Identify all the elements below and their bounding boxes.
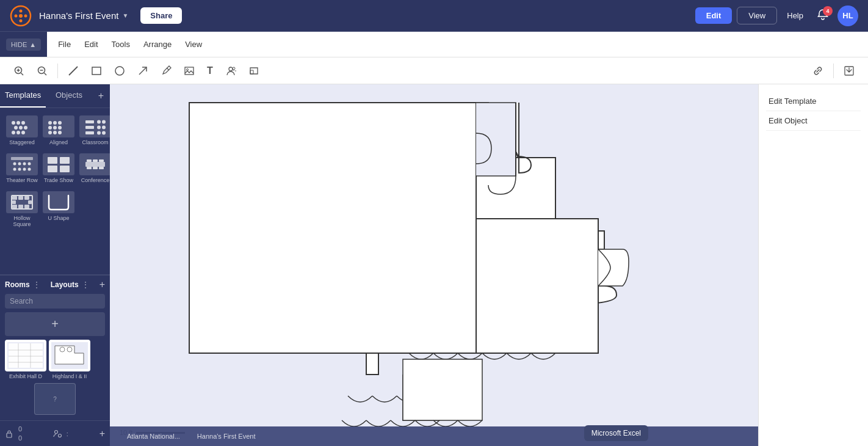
template-theater-row[interactable]: Theater Row <box>5 151 39 186</box>
layouts-menu-button[interactable]: ⋮ <box>81 280 90 290</box>
svg-point-4 <box>15 14 18 17</box>
hide-button[interactable]: HIDE ▲ <box>6 38 41 51</box>
canvas-area[interactable]: 10 ft Atlanta National... Hanna's First … <box>110 84 758 446</box>
svg-point-5 <box>24 14 27 17</box>
template-aligned[interactable]: Aligned <box>42 113 76 148</box>
templates-grid: Staggered <box>0 108 110 274</box>
menu-arrange[interactable]: Arrange <box>137 37 178 51</box>
edit-mode-button[interactable]: Edit <box>695 7 732 24</box>
room-exhibit-hall-d[interactable]: Exhibit Hall D <box>5 340 46 379</box>
svg-rect-71 <box>12 196 17 200</box>
svg-line-17 <box>167 68 169 70</box>
menu-file[interactable]: File <box>52 37 77 51</box>
link-button[interactable] <box>809 62 827 80</box>
template-classroom[interactable]: Classroom <box>78 113 110 148</box>
svg-point-2 <box>20 9 23 12</box>
tab-templates[interactable]: Templates <box>0 84 46 108</box>
svg-point-40 <box>58 131 62 134</box>
menu-view[interactable]: View <box>179 37 208 51</box>
export-button[interactable] <box>840 62 858 80</box>
svg-rect-44 <box>85 126 94 129</box>
svg-rect-41 <box>85 120 94 123</box>
svg-point-21 <box>233 67 235 70</box>
view-mode-button[interactable]: View <box>737 7 777 24</box>
add-person-button[interactable]: + <box>99 428 105 439</box>
svg-point-49 <box>102 131 106 135</box>
notification-badge: 4 <box>823 6 833 16</box>
svg-rect-66 <box>99 159 104 162</box>
svg-rect-96 <box>189 103 476 353</box>
svg-rect-62 <box>60 166 70 172</box>
svg-rect-97 <box>476 219 598 353</box>
svg-point-3 <box>20 19 23 22</box>
rect-tool-button[interactable] <box>87 62 106 80</box>
svg-rect-72 <box>18 196 23 200</box>
svg-point-94 <box>54 430 57 433</box>
svg-line-11 <box>45 73 47 75</box>
svg-rect-75 <box>18 205 23 208</box>
rooms-menu-button[interactable]: ⋮ <box>32 280 41 290</box>
arrow-tool-button[interactable] <box>134 62 152 80</box>
pen-tool-button[interactable] <box>157 62 175 80</box>
template-conference[interactable]: Conference <box>78 151 110 186</box>
text-tool-button[interactable]: T <box>203 62 217 80</box>
zoom-out-button[interactable] <box>33 62 51 80</box>
tab-objects[interactable]: Objects <box>46 84 92 108</box>
menu-tools[interactable]: Tools <box>106 37 136 51</box>
user-avatar[interactable]: HL <box>837 5 858 26</box>
svg-rect-78 <box>28 200 32 204</box>
search-container <box>5 294 105 309</box>
share-button[interactable]: Share <box>140 7 182 24</box>
svg-point-46 <box>102 126 106 130</box>
svg-point-38 <box>48 131 52 134</box>
template-u-shape[interactable]: U Shape <box>42 189 76 231</box>
top-right-actions: Edit View Help 4 HL <box>695 5 858 27</box>
edit-template-button[interactable]: Edit Template <box>766 92 861 111</box>
svg-rect-64 <box>87 159 92 162</box>
room-exhibit-label: Exhibit Hall D <box>9 373 42 379</box>
event-title[interactable]: Hanna's First Event ▼ <box>39 10 128 21</box>
svg-point-51 <box>13 162 16 165</box>
tab-atlanta[interactable]: Atlanta National... <box>120 430 187 442</box>
zoom-in-button[interactable] <box>10 62 28 80</box>
room-highland[interactable]: Highland I & II <box>49 340 90 379</box>
svg-rect-76 <box>24 205 29 208</box>
svg-point-36 <box>53 126 57 130</box>
notifications-button[interactable]: 4 <box>813 5 833 27</box>
svg-point-37 <box>58 126 62 130</box>
template-trade-show[interactable]: Trade Show <box>42 151 76 186</box>
svg-point-15 <box>115 67 124 75</box>
add-room-button[interactable]: + <box>99 279 105 290</box>
person-tool-button[interactable] <box>222 62 240 80</box>
add-new-room-button[interactable]: + <box>5 312 105 336</box>
image-tool-button[interactable] <box>180 62 198 80</box>
shape-tool-button[interactable] <box>245 62 263 80</box>
svg-rect-74 <box>12 205 17 208</box>
toolbar-tools: T <box>10 62 263 80</box>
svg-point-56 <box>18 167 21 170</box>
svg-rect-59 <box>48 157 57 164</box>
svg-point-1 <box>19 14 23 18</box>
floor-plan <box>177 97 678 446</box>
svg-point-20 <box>229 67 233 71</box>
main-layout: Templates Objects + <box>0 84 868 446</box>
rooms-section: Rooms ⋮ Layouts ⋮ + + <box>0 275 110 420</box>
menu-edit[interactable]: Edit <box>78 37 104 51</box>
line-tool-button[interactable] <box>64 62 82 80</box>
search-input[interactable] <box>10 297 101 305</box>
hide-chevron-icon: ▲ <box>29 41 36 48</box>
svg-point-39 <box>53 131 57 134</box>
svg-rect-98 <box>403 359 482 420</box>
person-settings-label: : <box>67 430 68 437</box>
tab-hannas-event[interactable]: Hanna's First Event <box>190 430 263 442</box>
room-unknown[interactable]: ? <box>5 383 105 417</box>
svg-point-48 <box>97 131 101 135</box>
add-tab-button[interactable]: + <box>92 84 110 108</box>
circle-tool-button[interactable] <box>110 62 129 80</box>
svg-point-29 <box>12 131 15 134</box>
edit-object-button[interactable]: Edit Object <box>766 111 861 131</box>
help-button[interactable]: Help <box>782 7 808 24</box>
template-staggered[interactable]: Staggered <box>5 113 39 148</box>
bottom-tabs: Atlanta National... Hanna's First Event <box>110 426 758 446</box>
template-hollow-square[interactable]: Hollow Square <box>5 189 39 231</box>
